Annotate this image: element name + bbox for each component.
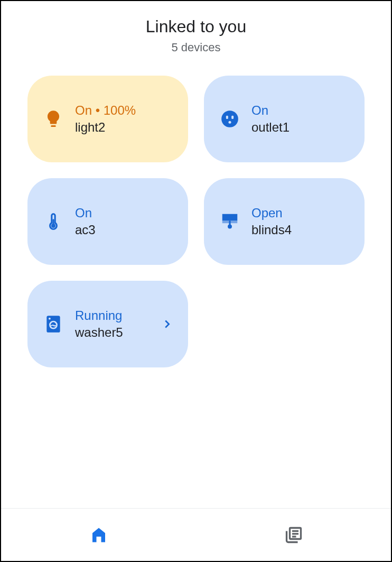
nav-home-button[interactable] bbox=[1, 509, 196, 561]
device-grid: On • 100% light2 On outlet1 bbox=[27, 76, 365, 367]
blinds-icon bbox=[219, 210, 241, 233]
device-status: On bbox=[251, 103, 350, 118]
washer-icon bbox=[42, 313, 64, 335]
device-name: blinds4 bbox=[251, 223, 350, 237]
page-header: Linked to you 5 devices bbox=[27, 17, 365, 54]
tile-text: Running washer5 bbox=[75, 308, 156, 340]
svg-point-1 bbox=[221, 110, 238, 127]
svg-rect-0 bbox=[51, 125, 56, 127]
device-count: 5 devices bbox=[27, 41, 365, 54]
device-status: On bbox=[75, 206, 173, 220]
device-name: washer5 bbox=[75, 325, 156, 340]
page-title: Linked to you bbox=[27, 17, 365, 36]
device-status: Running bbox=[75, 308, 156, 323]
device-tile-blinds[interactable]: Open blinds4 bbox=[204, 178, 365, 265]
thermostat-icon bbox=[42, 210, 64, 233]
device-tile-light[interactable]: On • 100% light2 bbox=[27, 76, 188, 162]
device-name: outlet1 bbox=[251, 120, 350, 135]
feed-icon bbox=[283, 524, 304, 546]
outlet-icon bbox=[219, 108, 241, 130]
device-name: light2 bbox=[75, 120, 173, 135]
tile-text: Open blinds4 bbox=[251, 206, 350, 237]
home-icon bbox=[88, 524, 109, 546]
svg-point-12 bbox=[49, 318, 51, 320]
nav-feed-button[interactable] bbox=[196, 509, 391, 561]
device-name: ac3 bbox=[75, 223, 173, 237]
device-tile-outlet[interactable]: On outlet1 bbox=[204, 76, 365, 162]
device-status: On • 100% bbox=[75, 103, 173, 118]
bottom-nav bbox=[1, 508, 391, 561]
chevron-right-icon bbox=[161, 318, 173, 330]
device-tile-ac[interactable]: On ac3 bbox=[27, 178, 188, 265]
svg-rect-3 bbox=[231, 116, 234, 119]
lightbulb-icon bbox=[42, 108, 64, 130]
svg-point-4 bbox=[228, 121, 231, 124]
device-status: Open bbox=[251, 206, 350, 220]
device-tile-washer[interactable]: Running washer5 bbox=[27, 281, 188, 367]
tile-text: On • 100% light2 bbox=[75, 103, 173, 135]
svg-rect-2 bbox=[226, 116, 228, 119]
svg-point-10 bbox=[228, 225, 232, 229]
tile-text: On ac3 bbox=[75, 206, 173, 237]
svg-rect-6 bbox=[52, 219, 54, 226]
svg-rect-7 bbox=[222, 214, 238, 221]
tile-text: On outlet1 bbox=[251, 103, 350, 135]
